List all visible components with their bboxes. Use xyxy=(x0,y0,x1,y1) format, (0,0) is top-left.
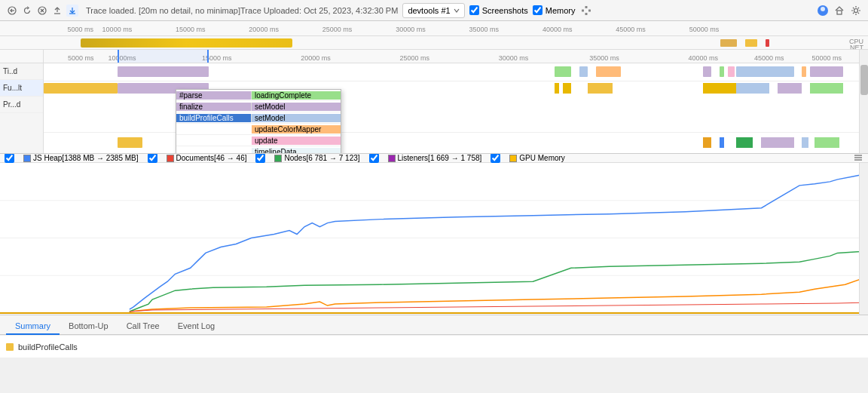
screenshots-check[interactable] xyxy=(469,5,479,15)
tab-call-tree[interactable]: Call Tree xyxy=(118,318,169,335)
chart-scrollbar[interactable] xyxy=(859,163,868,315)
flame-cell: finalize xyxy=(176,103,252,111)
flame-cell-selected: buildProfileCalls xyxy=(176,114,252,122)
listeners-label: Listeners[1 669 → 1 758] xyxy=(398,154,482,162)
track-labels: Ti..d Fu...lt Pr...d xyxy=(0,50,44,153)
flame-cell: loadingComplete xyxy=(252,91,341,100)
js-heap-legend: JS Heap[1388 MB → 2385 MB] xyxy=(23,154,139,162)
flame-cell: setModel xyxy=(252,114,341,122)
function-label: buildProfileCalls xyxy=(18,342,78,352)
memory-chart[interactable] xyxy=(0,163,868,315)
tab-selector[interactable]: devtools #1 xyxy=(402,3,464,18)
topbar: Trace loaded. [20m no detail, no minimap… xyxy=(0,0,868,21)
trace-content[interactable]: 5000 ms 10000ms 15000 ms 20000 ms 25000 … xyxy=(44,50,868,153)
track-label-prod: Pr...d xyxy=(0,97,43,113)
memory-check[interactable] xyxy=(533,5,542,15)
back-button[interactable] xyxy=(6,5,18,17)
svg-rect-7 xyxy=(585,6,587,8)
gpu-label: GPU Memory xyxy=(519,154,565,162)
track-label-full: Fu...lt xyxy=(0,80,43,97)
flame-cell: setModel xyxy=(252,103,341,111)
svg-rect-8 xyxy=(582,9,584,11)
nodes-label: Nodes[6 781 → 7 123] xyxy=(284,154,359,162)
flame-cell: updateColorMapper xyxy=(252,125,341,134)
trace-info: Trace loaded. [20m no detail, no minimap… xyxy=(86,6,398,15)
js-heap-checkbox[interactable] xyxy=(5,153,14,163)
documents-checkbox[interactable] xyxy=(148,153,157,163)
svg-rect-18 xyxy=(0,163,868,315)
memory-legend: JS Heap[1388 MB → 2385 MB] Documents[46 … xyxy=(0,154,868,163)
overview-strip[interactable]: CPU NET xyxy=(0,36,868,50)
chevron-down-icon xyxy=(454,8,460,14)
svg-point-12 xyxy=(821,7,825,11)
tab-summary[interactable]: Summary xyxy=(6,318,60,335)
vertical-scrollbar[interactable] xyxy=(859,50,868,153)
nodes-checkbox[interactable] xyxy=(255,153,265,163)
bottom-panel: buildProfileCalls xyxy=(0,335,868,358)
flame-cell: #parse xyxy=(176,91,252,100)
net-label: NET xyxy=(850,44,863,50)
js-heap-label: JS Heap[1388 MB → 2385 MB] xyxy=(33,154,139,162)
tab-event-log[interactable]: Event Log xyxy=(169,318,225,335)
toolbar-icons xyxy=(6,5,78,17)
trace-main: Ti..d Fu...lt Pr...d 5000 ms 10000ms 150… xyxy=(0,50,868,154)
listeners-legend: Listeners[1 669 → 1 758] xyxy=(388,154,482,162)
flame-cell: update xyxy=(252,137,341,145)
svg-rect-10 xyxy=(585,13,587,15)
svg-rect-13 xyxy=(837,11,842,14)
svg-point-14 xyxy=(854,8,858,12)
memory-label: Memory xyxy=(546,6,576,15)
documents-legend: Documents[46 → 46] xyxy=(167,154,247,162)
svg-rect-9 xyxy=(588,9,591,11)
function-indicator xyxy=(6,343,14,351)
flame-popup: #parse loadingComplete finalize setModel… xyxy=(176,89,341,153)
listeners-checkbox[interactable] xyxy=(369,153,379,163)
profile-icon[interactable] xyxy=(817,5,829,17)
tab-bottom-up[interactable]: Bottom-Up xyxy=(60,318,118,335)
screenshots-checkbox[interactable]: Screenshots xyxy=(469,5,528,15)
nodes-legend: Nodes[6 781 → 7 123] xyxy=(274,154,359,162)
memory-checkbox[interactable]: Memory xyxy=(533,5,576,15)
download-button[interactable] xyxy=(66,5,78,17)
chart-svg xyxy=(0,163,868,315)
gear-icon[interactable] xyxy=(850,5,862,17)
ruler-top: 5000 ms 10000 ms 15000 ms 20000 ms 25000… xyxy=(0,21,868,36)
stop-button[interactable] xyxy=(36,5,48,17)
home-icon[interactable] xyxy=(833,5,845,17)
gpu-checkbox[interactable] xyxy=(491,153,500,163)
track-label-tid: Ti..d xyxy=(0,63,43,80)
tab-name: devtools #1 xyxy=(408,6,450,15)
documents-label: Documents[46 → 46] xyxy=(176,154,247,162)
screenshots-label: Screenshots xyxy=(482,6,528,15)
gpu-legend: GPU Memory xyxy=(509,154,565,162)
bottom-tabs: Summary Bottom-Up Call Tree Event Log xyxy=(0,315,868,335)
flame-cell: timelineData xyxy=(252,148,341,154)
settings-icon xyxy=(580,5,592,17)
reload-button[interactable] xyxy=(21,5,33,17)
upload-button[interactable] xyxy=(51,5,63,17)
